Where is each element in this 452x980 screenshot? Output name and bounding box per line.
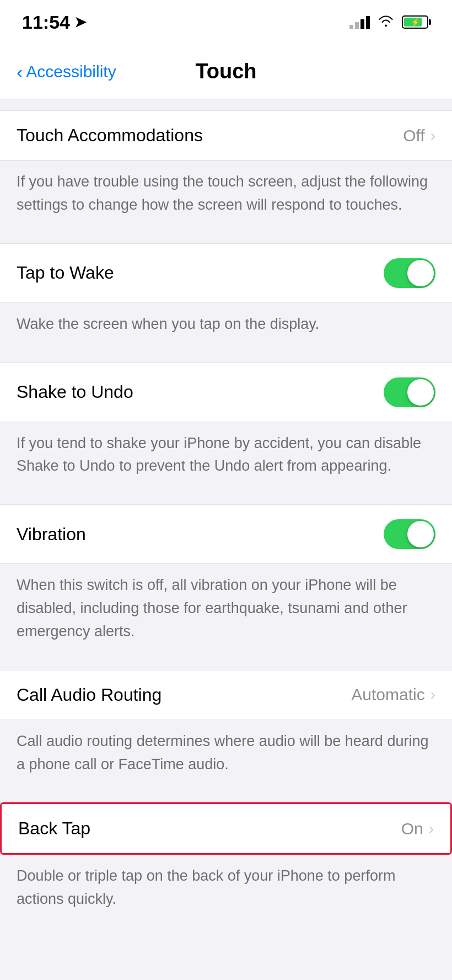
back-tap-value: On › bbox=[401, 819, 434, 838]
touch-accommodations-description: If you have trouble using the touch scre… bbox=[0, 161, 452, 232]
touch-accommodations-status: Off bbox=[403, 126, 424, 145]
back-tap-row[interactable]: Back Tap On › bbox=[2, 804, 450, 853]
toggle-knob bbox=[407, 260, 434, 286]
shake-to-undo-description: If you tend to shake your iPhone by acci… bbox=[0, 422, 452, 494]
time-display: 11:54 bbox=[22, 12, 70, 33]
tap-to-wake-toggle[interactable] bbox=[384, 258, 435, 288]
vibration-toggle[interactable] bbox=[384, 519, 435, 549]
call-audio-routing-value: Automatic › bbox=[351, 685, 435, 704]
location-icon: ➤ bbox=[74, 14, 87, 31]
vibration-section: Vibration When this switch is off, all v… bbox=[0, 504, 452, 659]
back-label: Accessibility bbox=[26, 62, 116, 81]
vibration-description: When this switch is off, all vibration o… bbox=[0, 564, 452, 659]
call-audio-routing-status: Automatic bbox=[351, 685, 424, 704]
nav-header: ‹ Accessibility Touch bbox=[0, 44, 452, 99]
shake-to-undo-toggle[interactable] bbox=[384, 377, 435, 407]
toggle-knob-3 bbox=[407, 521, 434, 547]
touch-accommodations-label: Touch Accommodations bbox=[17, 125, 203, 146]
status-bar: 11:54 ➤ ⚡ bbox=[0, 0, 452, 44]
call-audio-routing-section: Call Audio Routing Automatic › Call audi… bbox=[0, 670, 452, 792]
signal-icon bbox=[349, 15, 370, 29]
tap-to-wake-description: Wake the screen when you tap on the disp… bbox=[0, 303, 452, 351]
back-tap-description: Double or triple tap on the back of your… bbox=[0, 855, 452, 926]
touch-accommodations-section: Touch Accommodations Off › If you have t… bbox=[0, 110, 452, 232]
call-audio-routing-chevron-icon: › bbox=[431, 686, 435, 704]
shake-to-undo-section: Shake to Undo If you tend to shake your … bbox=[0, 363, 452, 494]
status-time: 11:54 ➤ bbox=[22, 12, 87, 33]
call-audio-routing-row[interactable]: Call Audio Routing Automatic › bbox=[0, 670, 452, 720]
vibration-row[interactable]: Vibration bbox=[0, 504, 452, 564]
back-button[interactable]: ‹ Accessibility bbox=[17, 62, 116, 81]
battery-icon: ⚡ bbox=[402, 15, 430, 29]
call-audio-routing-label: Call Audio Routing bbox=[17, 685, 162, 705]
call-audio-routing-description: Call audio routing determines where audi… bbox=[0, 720, 452, 792]
tap-to-wake-label: Tap to Wake bbox=[17, 263, 114, 283]
settings-content: Touch Accommodations Off › If you have t… bbox=[0, 99, 452, 926]
back-tap-highlight: Back Tap On › bbox=[0, 802, 452, 855]
toggle-knob-2 bbox=[407, 379, 434, 406]
shake-to-undo-label: Shake to Undo bbox=[17, 382, 133, 402]
back-tap-chevron-icon: › bbox=[429, 820, 434, 838]
touch-accommodations-chevron-icon: › bbox=[431, 127, 435, 145]
touch-accommodations-value: Off › bbox=[403, 126, 435, 145]
home-indicator-area bbox=[0, 938, 452, 980]
back-chevron-icon: ‹ bbox=[17, 62, 23, 81]
back-tap-status: On bbox=[401, 819, 423, 838]
vibration-label: Vibration bbox=[17, 524, 86, 545]
back-tap-section: Back Tap On › Double or triple tap on th… bbox=[0, 802, 452, 926]
back-tap-label: Back Tap bbox=[18, 818, 90, 839]
tap-to-wake-section: Tap to Wake Wake the screen when you tap… bbox=[0, 243, 452, 351]
touch-accommodations-row[interactable]: Touch Accommodations Off › bbox=[0, 110, 452, 161]
wifi-icon bbox=[378, 14, 394, 30]
tap-to-wake-row[interactable]: Tap to Wake bbox=[0, 243, 452, 303]
shake-to-undo-row[interactable]: Shake to Undo bbox=[0, 363, 452, 422]
status-icons: ⚡ bbox=[349, 14, 430, 30]
page-title: Touch bbox=[195, 60, 256, 83]
